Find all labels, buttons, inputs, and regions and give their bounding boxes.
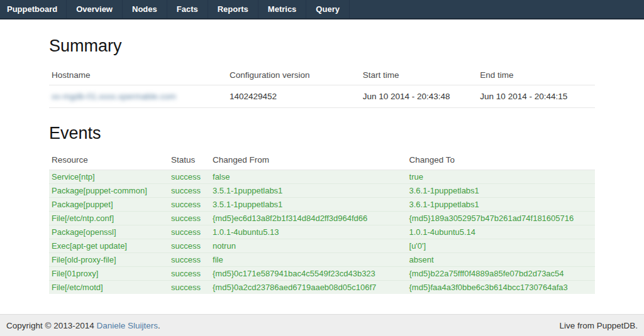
live-from-puppetdb-text: Live from PuppetDB. [559,321,638,330]
event-changed-from: file [210,253,406,267]
event-status: success [169,170,210,184]
author-link[interactable]: Daniele Sluijters [97,321,158,330]
summary-heading: Summary [49,36,595,56]
events-col-changed-from: Changed From [210,151,406,170]
nav-brand-puppetboard[interactable]: Puppetboard [0,0,67,18]
event-status: success [169,281,210,295]
event-resource: Package[openssl] [49,225,169,239]
event-resource: File[/etc/motd] [49,281,169,295]
event-changed-to: absent [407,253,595,267]
event-row: Package[openssl] success 1.0.1-4ubuntu5.… [49,225,595,239]
event-row: Package[puppet] success 3.5.1-1puppetlab… [49,198,595,212]
event-resource: Exec[apt-get update] [49,239,169,253]
copyright-prefix: Copyright © 2013-2014 [6,321,97,330]
event-changed-from: false [210,170,406,184]
event-status: success [169,253,210,267]
event-changed-to: {md5}b22a75fff0f4889a85fe07bd2d73ac54 [407,267,595,281]
top-navbar: Puppetboard Overview Nodes Facts Reports… [0,0,644,19]
event-resource: Package[puppet-common] [49,184,169,198]
footer: Copyright © 2013-2014 Daniele Sluijters.… [0,314,644,336]
main-content: Summary Hostname Configuration version S… [49,36,595,294]
event-row: File[01proxy] success {md5}0c171e587941b… [49,267,595,281]
event-status: success [169,198,210,212]
event-resource: File[old-proxy-file] [49,253,169,267]
events-heading: Events [49,124,595,143]
event-resource: File[01proxy] [49,267,169,281]
event-changed-to: [u'0'] [407,239,595,253]
nav-item-overview[interactable]: Overview [67,0,123,18]
event-row: Service[ntp] success false true [49,170,595,184]
summary-col-configuration-version: Configuration version [227,66,360,85]
event-changed-from: 1.0.1-4ubuntu5.13 [210,225,406,239]
event-changed-from: 3.5.1-1puppetlabs1 [210,198,406,212]
event-row: File[old-proxy-file] success file absent [49,253,595,267]
event-status: success [169,184,210,198]
nav-item-facts[interactable]: Facts [167,0,208,18]
events-col-status: Status [169,151,210,170]
event-changed-from: {md5}ec6d13a8f2b1f314d84d2ff3d964fd66 [210,212,406,225]
event-resource: File[/etc/ntp.conf] [49,212,169,225]
configuration-version-value: 1402429452 [227,85,360,108]
hostname-link[interactable]: xx-mgdb-01.xxxx.xpermable.com [52,92,176,101]
event-changed-from: 3.5.1-1puppetlabs1 [210,184,406,198]
nav-item-query[interactable]: Query [306,0,350,18]
event-changed-to: true [407,170,595,184]
event-resource: Service[ntp] [49,170,169,184]
event-changed-to: {md5}189a3052957b47b261ad74f181605716 [407,212,595,225]
end-time-value: Jun 10 2014 - 20:44:15 [477,85,595,108]
nav-item-reports[interactable]: Reports [208,0,258,18]
event-status: success [169,267,210,281]
nav-item-metrics[interactable]: Metrics [258,0,307,18]
event-row: Exec[apt-get update] success notrun [u'0… [49,239,595,253]
event-changed-to: 3.6.1-1puppetlabs1 [407,184,595,198]
event-row: File[/etc/motd] success {md5}0a2cd23786a… [49,281,595,295]
event-row: File[/etc/ntp.conf] success {md5}ec6d13a… [49,212,595,225]
event-status: success [169,225,210,239]
event-resource: Package[puppet] [49,198,169,212]
copyright-suffix: . [158,321,160,330]
events-col-changed-to: Changed To [407,151,595,170]
event-changed-from: {md5}0c171e587941bac4c5549f23cd43b323 [210,267,406,281]
event-changed-from: {md5}0a2cd23786aed6719aaeb08d05c106f7 [210,281,406,295]
event-status: success [169,239,210,253]
summary-table: Hostname Configuration version Start tim… [49,66,595,108]
summary-col-end-time: End time [477,66,595,85]
event-status: success [169,212,210,225]
event-changed-to: {md5}faa4a3f0bbe6c3b614bcc1730764afa3 [407,281,595,295]
events-col-resource: Resource [49,151,169,170]
start-time-value: Jun 10 2014 - 20:43:48 [360,85,478,108]
nav-item-nodes[interactable]: Nodes [123,0,167,18]
event-changed-to: 3.6.1-1puppetlabs1 [407,198,595,212]
event-changed-to: 1.0.1-4ubuntu5.14 [407,225,595,239]
event-row: Package[puppet-common] success 3.5.1-1pu… [49,184,595,198]
events-table: Resource Status Changed From Changed To … [49,151,595,294]
copyright-text: Copyright © 2013-2014 Daniele Sluijters. [6,321,160,330]
summary-col-hostname: Hostname [49,66,227,85]
summary-col-start-time: Start time [360,66,478,85]
summary-row: xx-mgdb-01.xxxx.xpermable.com 1402429452… [49,85,595,108]
event-changed-from: notrun [210,239,406,253]
